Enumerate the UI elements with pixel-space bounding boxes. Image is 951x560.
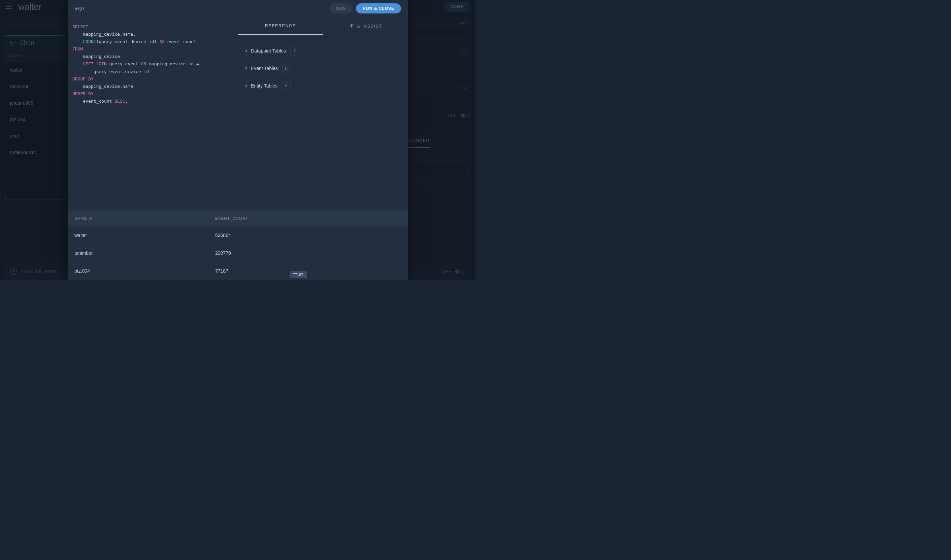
sql-text xyxy=(72,61,83,66)
cell-name: tanimbot xyxy=(74,251,215,256)
sql-text: mapping_device.name xyxy=(72,84,133,89)
sql-keyword: BY xyxy=(88,91,94,96)
results-row: tanimbot 220770 xyxy=(68,244,408,262)
sql-keyword: LEFT xyxy=(83,61,93,66)
sql-text: query_event xyxy=(107,61,141,66)
table-group-name: Datapoint Tables xyxy=(251,48,286,54)
sql-modal: SQL RUN RUN & CLOSE SELECT mapping_devic… xyxy=(68,0,408,280)
tab-ai-assist[interactable]: AI ASSIST xyxy=(323,17,408,35)
reference-tabs: REFERENCE AI ASSIST xyxy=(238,17,408,35)
chevron-right-icon xyxy=(245,67,247,70)
run-close-button[interactable]: RUN & CLOSE xyxy=(356,3,401,14)
col-label: NAME xyxy=(74,216,87,220)
cell-count: 220770 xyxy=(215,251,401,256)
table-count-badge: 6 xyxy=(282,81,291,91)
chevron-right-icon xyxy=(245,49,247,52)
sql-text: event_count xyxy=(72,98,114,104)
sort-up-icon xyxy=(89,217,92,220)
table-group[interactable]: Entity Tables 6 xyxy=(245,77,401,95)
sql-keyword: BY xyxy=(88,76,94,82)
table-count-badge: 7 xyxy=(290,46,299,55)
sql-keyword: GROUP xyxy=(72,76,86,82)
cell-name: ptz.004 xyxy=(74,268,215,274)
table-group-name: Event Tables xyxy=(251,66,278,71)
table-group[interactable]: Event Tables 14 xyxy=(245,60,401,77)
sql-keyword: FROM xyxy=(72,46,83,51)
results-col-name[interactable]: NAME xyxy=(74,216,215,220)
cell-name: walter xyxy=(74,232,215,238)
chevron-right-icon xyxy=(245,85,247,87)
sql-text: mapping_device.id = xyxy=(146,61,199,66)
results-row: walter 636864 xyxy=(68,226,408,244)
sql-function: COUNT xyxy=(83,39,96,44)
sql-keyword: DESC xyxy=(114,98,125,104)
results-row: ptz.004 77187 xyxy=(68,262,408,280)
modal-header: SQL RUN RUN & CLOSE xyxy=(68,0,408,17)
modal-title: SQL xyxy=(74,6,86,11)
cell-count: 636864 xyxy=(215,232,401,238)
value-tooltip: 77187 xyxy=(290,271,307,278)
sql-keyword: ORDER xyxy=(72,91,86,96)
results-panel: NAME EVENT_COUNT walter 636864 tanimbot … xyxy=(68,210,408,280)
sql-editor[interactable]: SELECT mapping_device.name, COUNT(query_… xyxy=(68,17,238,210)
table-count-badge: 14 xyxy=(282,64,291,73)
sql-text: event_count xyxy=(165,39,196,44)
sql-text: mapping_device.name, xyxy=(72,32,136,37)
results-header: NAME EVENT_COUNT xyxy=(68,210,408,226)
sql-text xyxy=(72,39,83,44)
sparkle-icon xyxy=(348,23,355,29)
text-cursor xyxy=(127,99,127,104)
col-label: EVENT_COUNT xyxy=(215,216,248,220)
sql-keyword: AS xyxy=(159,39,165,44)
sql-text: mapping_device xyxy=(72,54,120,59)
sql-text: (query_event.device_id) xyxy=(96,39,159,44)
cell-count: 77187 xyxy=(215,268,401,274)
tab-label: REFERENCE xyxy=(265,23,296,28)
sql-text: query_event.device_id xyxy=(72,69,149,74)
sql-keyword: ON xyxy=(141,61,146,66)
sql-keyword: JOIN xyxy=(96,61,106,66)
run-button[interactable]: RUN xyxy=(329,3,353,14)
sql-keyword: SELECT xyxy=(72,24,88,29)
reference-content: Datapoint Tables 7 Event Tables 14 Entit… xyxy=(238,35,408,101)
reference-panel: REFERENCE AI ASSIST Datapoint Tables 7 xyxy=(238,17,408,210)
tab-reference[interactable]: REFERENCE xyxy=(238,17,323,35)
table-group-name: Entity Tables xyxy=(251,83,277,89)
modal-overlay: SQL RUN RUN & CLOSE SELECT mapping_devic… xyxy=(0,0,476,280)
table-group[interactable]: Datapoint Tables 7 xyxy=(245,42,401,60)
results-body[interactable]: walter 636864 tanimbot 220770 ptz.004 77… xyxy=(68,226,408,280)
tab-label: AI ASSIST xyxy=(357,24,382,29)
results-col-count[interactable]: EVENT_COUNT xyxy=(215,216,401,220)
